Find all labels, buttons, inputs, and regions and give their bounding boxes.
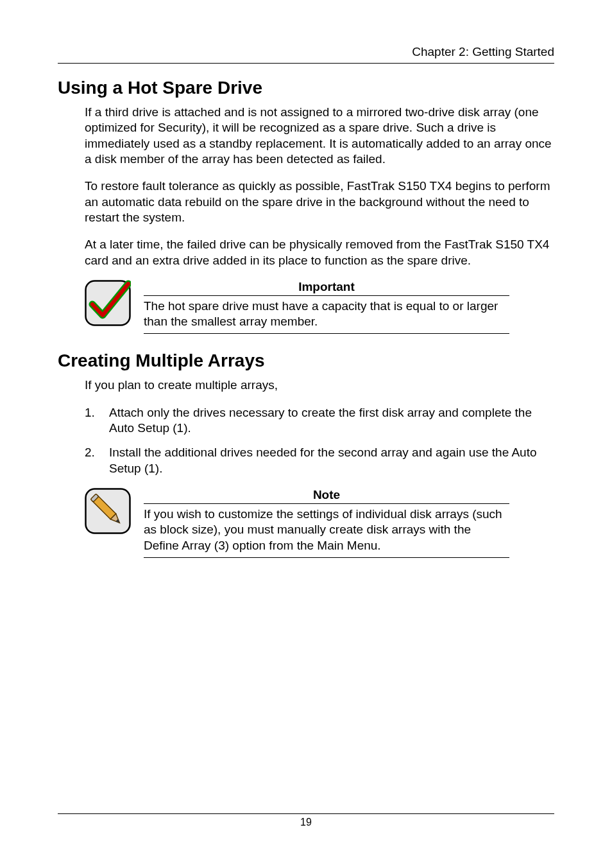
paragraph: If you plan to create multiple arrays, xyxy=(85,378,554,393)
note-text: If you wish to customize the settings of… xyxy=(144,507,509,558)
note-title: Note xyxy=(144,488,509,504)
page-number: 19 xyxy=(300,817,312,828)
paragraph: If a third drive is attached and is not … xyxy=(85,105,554,167)
important-title: Important xyxy=(144,280,509,296)
important-text: The hot spare drive must have a capacity… xyxy=(144,299,509,334)
important-body: Important The hot spare drive must have … xyxy=(144,280,554,334)
section-body-hot-spare: If a third drive is attached and is not … xyxy=(85,105,554,268)
page-container: Chapter 2: Getting Started Using a Hot S… xyxy=(0,0,612,600)
page-footer: 19 xyxy=(58,813,554,828)
checkmark-icon xyxy=(85,280,131,326)
important-callout: Important The hot spare drive must have … xyxy=(85,280,554,334)
paragraph: To restore fault tolerance as quickly as… xyxy=(85,178,554,225)
paragraph: At a later time, the failed drive can be… xyxy=(85,237,554,268)
note-body: Note If you wish to customize the settin… xyxy=(144,488,554,558)
chapter-header: Chapter 2: Getting Started xyxy=(58,45,554,64)
list-item: Install the additional drives needed for… xyxy=(85,445,554,476)
list-item: Attach only the drives necessary to crea… xyxy=(85,405,554,437)
pencil-icon xyxy=(85,488,131,534)
section-body-multiple-arrays: If you plan to create multiple arrays, xyxy=(85,378,554,393)
section-title-hot-spare: Using a Hot Spare Drive xyxy=(58,78,554,98)
section-title-multiple-arrays: Creating Multiple Arrays xyxy=(58,351,554,371)
note-callout: Note If you wish to customize the settin… xyxy=(85,488,554,558)
steps-list: Attach only the drives necessary to crea… xyxy=(58,405,554,476)
